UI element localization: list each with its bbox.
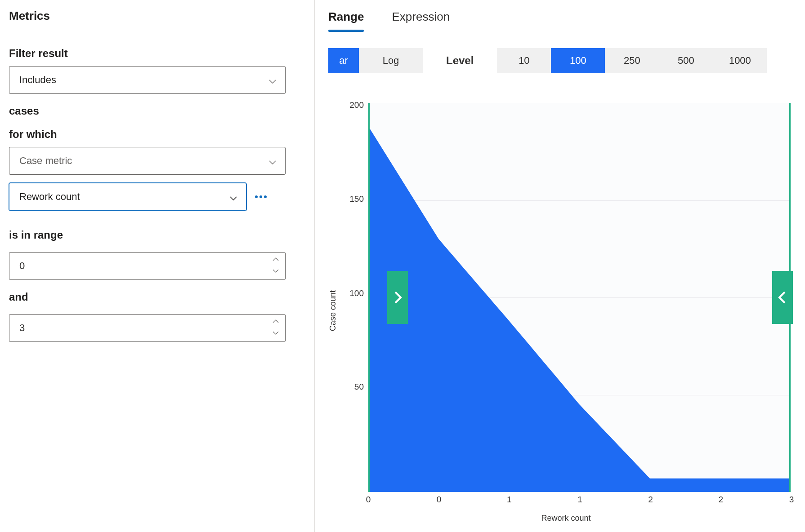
- range-max-input[interactable]: 3: [9, 314, 286, 342]
- range-visualization-panel: Range Expression ar Log Level 10 100 250…: [315, 0, 805, 532]
- filter-result-select[interactable]: Includes: [9, 66, 286, 94]
- range-max-increment[interactable]: [272, 318, 280, 324]
- filter-result-value: Includes: [19, 74, 56, 86]
- y-ticks: 200 150 100 50: [340, 98, 367, 492]
- area-chart-svg: [368, 103, 791, 492]
- chevron-right-icon: [393, 291, 402, 304]
- chevron-down-icon: [230, 193, 237, 200]
- level-100-button[interactable]: 100: [551, 48, 605, 73]
- tab-range[interactable]: Range: [328, 7, 364, 31]
- range-max-decrement[interactable]: [272, 330, 280, 336]
- chart-area: Case count 200 150 100 50: [328, 98, 792, 523]
- metric-value: Rework count: [19, 191, 80, 203]
- svg-marker-3: [368, 126, 791, 492]
- range-min-increment[interactable]: [272, 256, 280, 262]
- chart-plot: 200 150 100 50: [340, 98, 792, 508]
- range-line-left: [368, 103, 370, 492]
- y-tick: 50: [354, 382, 364, 392]
- y-tick: 200: [349, 100, 364, 110]
- tab-expression[interactable]: Expression: [392, 7, 450, 31]
- scale-log-button[interactable]: Log: [359, 48, 423, 73]
- chevron-down-icon: [269, 157, 276, 164]
- x-tick: 3: [789, 495, 794, 505]
- svg-point-1: [259, 195, 262, 198]
- x-tick: 2: [719, 495, 724, 505]
- y-tick: 150: [349, 194, 364, 204]
- svg-point-0: [255, 195, 258, 198]
- level-10-button[interactable]: 10: [497, 48, 551, 73]
- for-which-label: for which: [9, 128, 305, 141]
- level-group: 10 100 250 500 1000: [497, 48, 767, 73]
- x-tick: 0: [437, 495, 442, 505]
- range-slider-handle-right[interactable]: [772, 271, 793, 324]
- x-tick: 1: [507, 495, 512, 505]
- range-min-decrement[interactable]: [272, 268, 280, 274]
- svg-point-2: [264, 195, 267, 198]
- scale-linear-button[interactable]: ar: [328, 48, 359, 73]
- tab-bar: Range Expression: [328, 7, 792, 31]
- and-label: and: [9, 291, 305, 303]
- x-axis-label: Rework count: [340, 514, 792, 523]
- y-axis-label: Case count: [328, 290, 338, 331]
- range-min-input[interactable]: 0: [9, 252, 286, 280]
- metric-value-select[interactable]: Rework count: [9, 183, 246, 211]
- plot-area[interactable]: [368, 103, 791, 492]
- x-tick: 1: [577, 495, 582, 505]
- filter-result-label: Filter result: [9, 47, 305, 60]
- range-min-value: 0: [19, 260, 25, 272]
- cases-label: cases: [9, 105, 305, 117]
- x-ticks: 0 0 1 1 2 2 3: [368, 492, 792, 508]
- panel-title: Metrics: [9, 9, 305, 23]
- y-tick: 100: [349, 288, 364, 298]
- level-1000-button[interactable]: 1000: [713, 48, 767, 73]
- metric-type-select[interactable]: Case metric: [9, 147, 286, 175]
- metric-type-placeholder: Case metric: [19, 155, 72, 167]
- chevron-down-icon: [269, 76, 276, 84]
- range-max-value: 3: [19, 322, 25, 334]
- level-500-button[interactable]: 500: [659, 48, 713, 73]
- scale-type-group: ar Log: [328, 48, 423, 73]
- scale-controls-row: ar Log Level 10 100 250 500 1000: [328, 48, 792, 73]
- metrics-filter-panel: Metrics Filter result Includes cases for…: [0, 0, 315, 532]
- level-250-button[interactable]: 250: [605, 48, 659, 73]
- x-tick: 2: [648, 495, 653, 505]
- chevron-left-icon: [778, 291, 787, 304]
- more-options-button[interactable]: [255, 191, 267, 203]
- level-label: Level: [446, 54, 474, 67]
- is-in-range-label: is in range: [9, 229, 305, 241]
- range-slider-handle-left[interactable]: [387, 271, 408, 324]
- x-tick: 0: [366, 495, 371, 505]
